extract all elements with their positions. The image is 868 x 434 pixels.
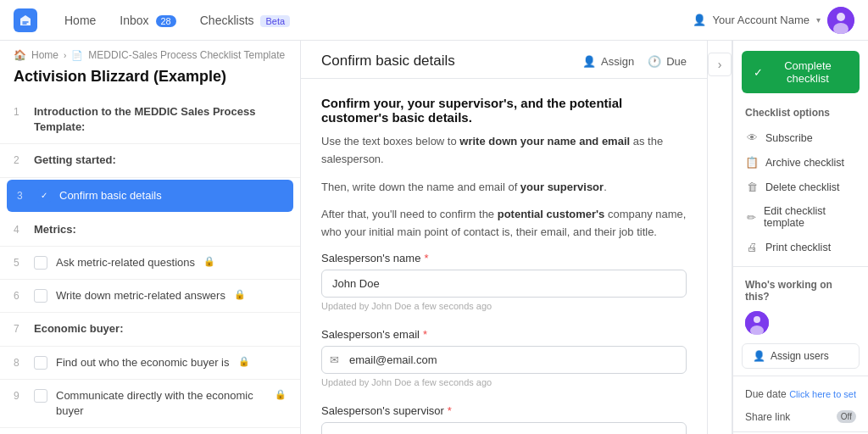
item-checkbox[interactable] bbox=[34, 289, 47, 303]
list-item[interactable]: 6 Write down metric-related answers 🔒 bbox=[0, 280, 300, 313]
item-number: 5 bbox=[14, 255, 25, 269]
list-item[interactable]: 2 Getting started: bbox=[0, 144, 300, 177]
form-group-email: Salesperson's email * ✉ Updated by John … bbox=[321, 328, 687, 387]
salesperson-email-input[interactable] bbox=[321, 346, 687, 374]
content-body: Confirm your, your supervisor's, and the… bbox=[301, 79, 707, 434]
field-label-supervisor: Salesperson's supervisor * bbox=[321, 404, 687, 417]
salesperson-name-input[interactable] bbox=[321, 270, 687, 298]
list-item[interactable]: 4 Metrics: bbox=[0, 214, 300, 247]
list-item[interactable]: 1 Introduction to the MEDDIC Sales Proce… bbox=[0, 96, 300, 144]
item-number: 9 bbox=[14, 388, 25, 402]
item-number: 3 bbox=[17, 188, 29, 202]
description-title: Confirm your, your supervisor's, and the… bbox=[321, 96, 687, 125]
salesperson-supervisor-input[interactable] bbox=[321, 422, 687, 434]
updated-text: Updated by John Doe a few seconds ago bbox=[321, 377, 687, 387]
item-label: Confirm basic details bbox=[59, 188, 162, 203]
clock-icon: 🕐 bbox=[648, 55, 661, 68]
due-date-row: Due date Click here to set bbox=[733, 383, 868, 405]
item-label: Metrics: bbox=[34, 222, 76, 237]
assign-users-button[interactable]: 👤 Assign users bbox=[742, 343, 860, 369]
header-right: 👤 Your Account Name ▾ bbox=[693, 7, 854, 34]
list-item-active[interactable]: 3 Confirm basic details bbox=[7, 180, 293, 212]
field-label-email: Salesperson's email * bbox=[321, 328, 687, 341]
breadcrumb-template[interactable]: MEDDIC-Sales Process Checklist Template bbox=[88, 49, 285, 61]
breadcrumb-home[interactable]: Home bbox=[31, 49, 58, 61]
content-actions: 👤 Assign 🕐 Due bbox=[582, 55, 687, 68]
main-content: Confirm basic details 👤 Assign 🕐 Due Con… bbox=[301, 41, 707, 434]
list-item[interactable]: 8 Find out who the economic buyer is 🔒 bbox=[0, 347, 300, 380]
lock-icon: 🔒 bbox=[238, 356, 250, 367]
subscribe-icon: 👁 bbox=[745, 131, 759, 144]
nav-inbox[interactable]: Inbox 28 bbox=[109, 8, 186, 32]
worker-avatar bbox=[745, 311, 769, 335]
required-indicator: * bbox=[424, 252, 428, 264]
main-layout: 🏠 Home › 📄 MEDDIC-Sales Process Checklis… bbox=[0, 41, 868, 434]
item-number: 8 bbox=[14, 355, 25, 369]
breadcrumb: 🏠 Home › 📄 MEDDIC-Sales Process Checklis… bbox=[0, 41, 300, 64]
nav-home[interactable]: Home bbox=[54, 8, 106, 32]
sidebar: 🏠 Home › 📄 MEDDIC-Sales Process Checklis… bbox=[0, 41, 301, 434]
content-header: Confirm basic details 👤 Assign 🕐 Due bbox=[301, 41, 707, 79]
svg-point-1 bbox=[837, 13, 845, 21]
required-indicator: * bbox=[448, 404, 452, 417]
list-item[interactable]: 5 Ask metric-related questions 🔒 bbox=[0, 247, 300, 280]
due-button[interactable]: 🕐 Due bbox=[648, 55, 687, 68]
edit-icon: ✏ bbox=[745, 211, 757, 224]
nav-checklists[interactable]: Checklists Beta bbox=[190, 8, 300, 32]
complete-checklist-button[interactable]: ✓ Complete checklist bbox=[742, 51, 860, 93]
lock-icon: 🔒 bbox=[234, 289, 246, 300]
avatar[interactable] bbox=[827, 7, 854, 34]
item-number: 4 bbox=[14, 222, 25, 236]
right-panel: ✓ Complete checklist Checklist options 👁… bbox=[732, 41, 868, 434]
check-icon: ✓ bbox=[754, 66, 763, 79]
user-icon: 👤 bbox=[582, 55, 596, 68]
collapse-button[interactable]: › bbox=[708, 53, 732, 76]
item-label: Economic buyer: bbox=[34, 321, 123, 337]
list-item[interactable]: 10 Confirm the wants & needs of the econ… bbox=[0, 428, 300, 434]
item-checkbox[interactable] bbox=[37, 189, 51, 203]
breadcrumb-sep: › bbox=[64, 51, 66, 60]
content-title: Confirm basic details bbox=[321, 53, 455, 70]
form-group-name: Salesperson's name * Updated by John Doe… bbox=[321, 252, 687, 311]
svg-point-4 bbox=[754, 316, 760, 323]
required-indicator: * bbox=[423, 328, 427, 341]
item-checkbox[interactable] bbox=[34, 256, 47, 270]
option-print[interactable]: 🖨 Print checklist bbox=[733, 235, 868, 259]
option-edit-template[interactable]: ✏ Edit checklist template bbox=[733, 199, 868, 235]
list-item[interactable]: 9 Communicate directly with the economic… bbox=[0, 380, 300, 428]
description-line-2: Then, write down the name and email of y… bbox=[321, 179, 687, 197]
avatar-row bbox=[733, 306, 868, 340]
checklists-beta-badge: Beta bbox=[260, 15, 290, 27]
divider bbox=[733, 266, 868, 267]
description-line-3: After that, you'll need to confirm the p… bbox=[321, 206, 687, 242]
main-nav: Home Inbox 28 Checklists Beta bbox=[54, 8, 300, 32]
item-number: 7 bbox=[14, 321, 25, 335]
item-label: Write down metric-related answers bbox=[56, 288, 225, 303]
item-checkbox[interactable] bbox=[34, 389, 47, 403]
email-input-wrap: ✉ bbox=[321, 346, 687, 374]
app-header: Home Inbox 28 Checklists Beta 👤 Your Acc… bbox=[0, 0, 868, 41]
lock-icon: 🔒 bbox=[203, 256, 215, 267]
item-number: 2 bbox=[14, 153, 25, 166]
due-date-link[interactable]: Click here to set bbox=[789, 389, 856, 399]
whos-working-label: Who's working on this? bbox=[733, 274, 868, 306]
assign-button[interactable]: 👤 Assign bbox=[582, 55, 634, 68]
option-subscribe[interactable]: 👁 Subscribe bbox=[733, 125, 868, 150]
header-left: Home Inbox 28 Checklists Beta bbox=[14, 8, 300, 32]
user-plus-icon: 👤 bbox=[753, 350, 765, 362]
share-toggle[interactable]: Off bbox=[837, 410, 856, 423]
app-logo[interactable] bbox=[14, 8, 37, 32]
item-label: Introduction to the MEDDIC Sales Process… bbox=[34, 104, 287, 135]
option-delete[interactable]: 🗑 Delete checklist bbox=[733, 175, 868, 199]
item-checkbox[interactable] bbox=[34, 356, 47, 370]
print-icon: 🖨 bbox=[745, 241, 759, 253]
share-link-row: Share link Off bbox=[733, 405, 868, 428]
option-archive[interactable]: 📋 Archive checklist bbox=[733, 150, 868, 175]
list-item[interactable]: 7 Economic buyer: bbox=[0, 313, 300, 346]
account-chevron-icon[interactable]: ▾ bbox=[816, 15, 821, 25]
email-icon: ✉ bbox=[330, 353, 339, 366]
description-line-1: Use the text boxes below to write down y… bbox=[321, 133, 687, 169]
item-label: Communicate directly with the economic b… bbox=[56, 388, 266, 419]
item-number: 6 bbox=[14, 288, 25, 302]
field-label-name: Salesperson's name * bbox=[321, 252, 687, 264]
